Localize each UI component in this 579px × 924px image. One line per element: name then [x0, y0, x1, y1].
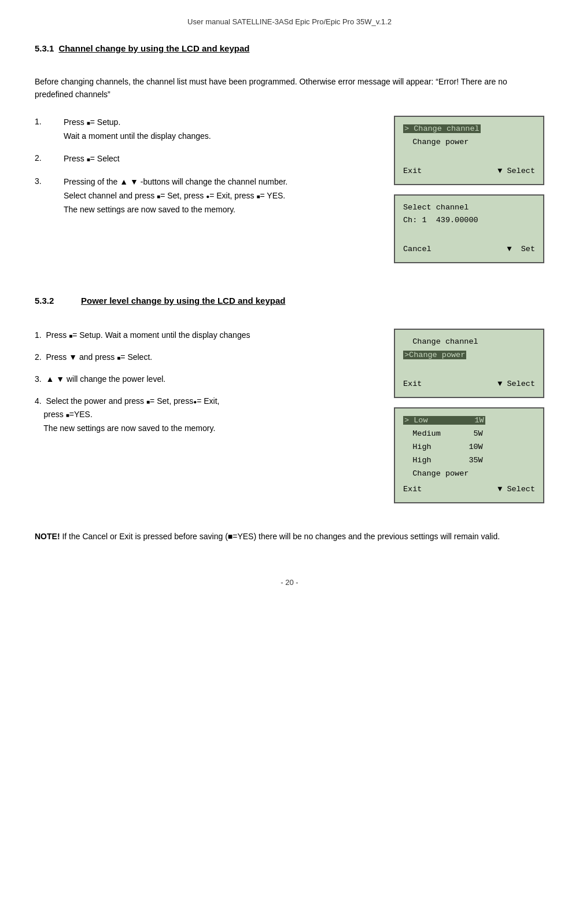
step-4-532: 4. Select the power and press ■= Set, pr… — [35, 395, 377, 436]
square-icon-1: ■ — [87, 120, 90, 126]
lcd-531-2-line1: Select channel — [403, 201, 535, 215]
page-number: - 20 - — [281, 578, 298, 587]
lcd-531-2-bottom: Cancel ▼ Set — [403, 243, 535, 256]
square-icon-2: ■ — [87, 156, 90, 163]
page-header: User manual SATELLINE-3ASd Epic Pro/Epic… — [35, 12, 544, 26]
step-2-text: Press ■= Select — [64, 152, 120, 166]
lcd-531-2-line2: Ch: 1 439.00000 — [403, 214, 535, 227]
lcd-box-532-1: Change channel >Change power Exit ▼ Sele… — [394, 329, 544, 398]
lcd-532-2-exit: Exit — [403, 483, 422, 496]
lcd-532-1-select: ▼ Select — [497, 378, 535, 391]
section-531-content: 1. Press ■= Setup. Wait a moment until t… — [35, 116, 544, 273]
step-2-532-number: 2. — [35, 352, 46, 362]
lcd-531-1-line3 — [403, 149, 535, 163]
lcd-532-2-bottom: Exit ▼ Select — [403, 483, 535, 496]
lcd-532-1-line3 — [403, 362, 535, 376]
step-1-text: Press ■= Setup. Wait a moment until the … — [64, 116, 211, 143]
step-3-532: 3. ▲ ▼ will change the power level. — [35, 373, 377, 386]
lcd-box-531-1: > Change channel Change power Exit ▼ Sel… — [394, 116, 544, 185]
lcd-532-1-bottom: Exit ▼ Select — [403, 378, 535, 391]
lcd-531-1-select: ▼ Select — [497, 165, 535, 178]
section-532-title: Power level change by using the LCD and … — [81, 296, 285, 305]
section-532: 5.3.2 Power level change by using the LC… — [35, 296, 544, 512]
square-icon-3b: ■ — [257, 193, 260, 200]
lcd-selected-532-1: >Change power — [403, 351, 466, 359]
circle-icon-532-4a: ● — [193, 399, 197, 405]
step-1-532-number: 1. — [35, 330, 46, 340]
square-icon-532-4a: ■ — [146, 399, 150, 405]
step-3-text: Pressing of the ▲ ▼ -buttons will change… — [64, 175, 287, 216]
section-532-number: 5.3.2 — [35, 296, 81, 305]
lcd-531-1-bottom: Exit ▼ Select — [403, 165, 535, 178]
lcd-column-531: > Change channel Change power Exit ▼ Sel… — [394, 116, 544, 273]
note-text: NOTE! If the Cancel or Exit is pressed b… — [35, 530, 544, 544]
circle-icon-3a: ● — [206, 193, 209, 200]
step-2-number: 2. — [35, 152, 64, 163]
steps-column-532: 1. Press ■= Setup. Wait a moment until t… — [35, 329, 394, 444]
step-4-532-text: Select the power and press ■= Set, press… — [35, 396, 220, 433]
note-label: NOTE! — [35, 532, 60, 541]
step-1-number: 1. — [35, 116, 64, 126]
lcd-532-2-line5: Change power — [403, 467, 535, 481]
lcd-532-2-line3: High 10W — [403, 441, 535, 454]
square-icon-3a: ■ — [157, 193, 160, 200]
lcd-box-532-2: > Low 1W Medium 5W High 10W High 35W Cha… — [394, 407, 544, 503]
section-532-content: 1. Press ■= Setup. Wait a moment until t… — [35, 329, 544, 512]
section-531: 5.3.1 Channel change by using the LCD an… — [35, 43, 544, 273]
lcd-532-2-select: ▼ Select — [497, 483, 535, 496]
note-section: NOTE! If the Cancel or Exit is pressed b… — [35, 530, 544, 544]
step-4-532-number: 4. — [35, 396, 46, 406]
lcd-column-532: Change channel >Change power Exit ▼ Sele… — [394, 329, 544, 512]
section-531-number: 5.3.1 — [35, 43, 54, 53]
lcd-531-2-line3 — [403, 227, 535, 241]
lcd-532-2-line4: High 35W — [403, 454, 535, 467]
page-footer: - 20 - — [35, 578, 544, 587]
step-3-number: 3. — [35, 175, 64, 186]
lcd-532-1-line1: Change channel — [403, 336, 535, 349]
lcd-531-1-line1: > Change channel — [403, 123, 535, 136]
step-3-532-number: 3. — [35, 374, 46, 384]
page-title: User manual SATELLINE-3ASd Epic Pro/Epic… — [187, 17, 392, 26]
step-3-531: 3. Pressing of the ▲ ▼ -buttons will cha… — [35, 175, 377, 216]
lcd-532-1-line2: >Change power — [403, 349, 535, 362]
step-2-532-text: Press ▼ and press ■= Select. — [46, 352, 152, 362]
lcd-532-1-exit: Exit — [403, 378, 422, 391]
step-1-532-text: Press ■= Setup. Wait a moment until the … — [46, 330, 250, 340]
section-531-intro: Before changing channels, the channel li… — [35, 75, 544, 101]
lcd-531-2-cancel: Cancel — [403, 243, 432, 256]
step-2-531: 2. Press ■= Select — [35, 152, 377, 166]
steps-column-531: 1. Press ■= Setup. Wait a moment until t… — [35, 116, 394, 226]
page-container: User manual SATELLINE-3ASd Epic Pro/Epic… — [0, 0, 579, 924]
step-1-531: 1. Press ■= Setup. Wait a moment until t… — [35, 116, 377, 143]
lcd-box-531-2: Select channel Ch: 1 439.00000 Cancel ▼ … — [394, 194, 544, 264]
lcd-532-2-line2: Medium 5W — [403, 428, 535, 441]
lcd-531-1-exit: Exit — [403, 165, 422, 178]
step-3-532-text: ▲ ▼ will change the power level. — [46, 374, 165, 384]
lcd-531-2-set: ▼ Set — [507, 243, 535, 256]
lcd-selected-1: > Change channel — [403, 124, 481, 133]
step-2-532: 2. Press ▼ and press ■= Select. — [35, 351, 377, 365]
square-icon-532-1: ■ — [69, 333, 72, 339]
lcd-selected-532-2: > Low 1W — [403, 416, 485, 425]
step-1-532: 1. Press ■= Setup. Wait a moment until t… — [35, 329, 377, 343]
square-icon-532-4b: ■ — [66, 412, 69, 418]
lcd-532-2-line1: > Low 1W — [403, 414, 535, 428]
section-532-header: 5.3.2 Power level change by using the LC… — [35, 296, 544, 317]
lcd-531-1-line2: Change power — [403, 136, 535, 149]
section-531-title: Channel change by using the LCD and keyp… — [58, 43, 249, 53]
square-icon-532-2: ■ — [117, 355, 120, 361]
note-body: If the Cancel or Exit is pressed before … — [60, 532, 500, 541]
